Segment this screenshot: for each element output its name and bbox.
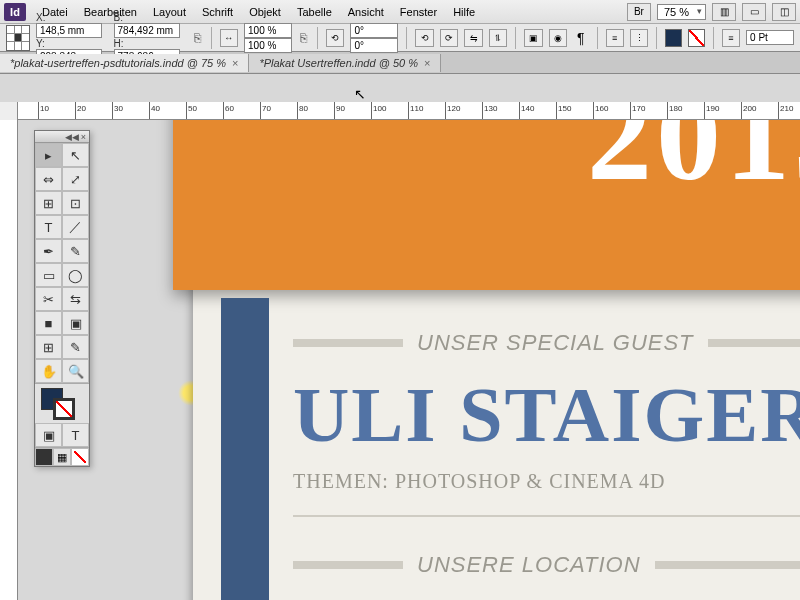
gradient-feather-tool[interactable]: ▣ [62, 311, 89, 335]
scale-x-icon: ↔ [220, 29, 238, 47]
divider-line [293, 515, 800, 517]
rotate-ccw-icon[interactable]: ⟲ [415, 29, 433, 47]
shear-field[interactable] [350, 38, 398, 53]
divider-line [293, 561, 403, 569]
guest-topics[interactable]: THEMEN: PHOTOSHOP & CINEMA 4D [293, 470, 800, 493]
rotate-field[interactable] [350, 23, 398, 38]
screen-mode-icon[interactable]: ▭ [742, 3, 766, 21]
close-icon[interactable]: × [232, 57, 238, 69]
mouse-cursor: ↖ [354, 86, 366, 102]
stroke-weight-icon: ≡ [722, 29, 740, 47]
menu-tabelle[interactable]: Tabelle [289, 6, 340, 18]
doc-tab-2[interactable]: *Plakat Usertreffen.indd @ 50 % × [249, 54, 441, 72]
fill-swatch[interactable] [665, 29, 682, 47]
section2-heading[interactable]: UNSERE LOCATION [417, 552, 641, 578]
close-icon[interactable]: × [81, 132, 86, 142]
divider-line [293, 339, 403, 347]
page-tool[interactable]: ⇔ [35, 167, 62, 191]
flip-h-icon[interactable]: ⇋ [464, 29, 482, 47]
menu-fenster[interactable]: Fenster [392, 6, 445, 18]
y-label: Y: [36, 38, 45, 49]
constrain-scale-icon[interactable]: ⎘ [298, 27, 309, 49]
location-text[interactable]: BRITZER DAMM 51 [293, 588, 800, 600]
divider-line [655, 561, 800, 569]
menu-ansicht[interactable]: Ansicht [340, 6, 392, 18]
menu-schrift[interactable]: Schrift [194, 6, 241, 18]
align-icon[interactable]: ≡ [606, 29, 624, 47]
vertical-ruler[interactable] [0, 120, 18, 600]
stroke-swatch[interactable] [688, 29, 705, 47]
doc-tab-1-label: *plakat-usertreffen-psdtutorials.indd @ … [10, 57, 226, 69]
collapse-icon[interactable]: ◀◀ [65, 132, 79, 142]
pen-tool[interactable]: ✒ [35, 239, 62, 263]
divider-line [708, 339, 800, 347]
content-placer-tool[interactable]: ⊡ [62, 191, 89, 215]
stroke-proxy[interactable] [53, 398, 75, 420]
note-tool[interactable]: ⊞ [35, 335, 62, 359]
flip-v-icon[interactable]: ⥮ [489, 29, 507, 47]
constrain-wh-icon[interactable]: ⎘ [192, 27, 203, 49]
scissors-tool[interactable]: ✂ [35, 287, 62, 311]
zoom-select[interactable]: 75 % [657, 4, 706, 20]
view-options-icon[interactable]: ▥ [712, 3, 736, 21]
x-label: X: [36, 12, 45, 23]
document-canvas[interactable]: 2013 UNSER SPECIAL GUEST ULI STAIGER THE… [18, 120, 800, 600]
type-tool[interactable]: T [35, 215, 62, 239]
rectangle-tool[interactable]: ◯ [62, 263, 89, 287]
year-text[interactable]: 2013 [587, 120, 800, 210]
guest-name[interactable]: ULI STAIGER [293, 370, 800, 460]
direct-selection-tool[interactable]: ↖ [62, 143, 89, 167]
scale-y-field[interactable] [244, 38, 292, 53]
h-label: H: [114, 38, 124, 49]
tools-panel[interactable]: ◀◀× ▸ ↖ ⇔ ⤢ ⊞ ⊡ T ／ ✒ ✎ ▭ ◯ ✂ ⇆ ■ ▣ ⊞ ✎ … [34, 130, 90, 467]
panel-grip[interactable]: ◀◀× [35, 131, 89, 143]
app-logo: Id [4, 3, 26, 21]
reference-point-grid[interactable] [6, 25, 30, 51]
paragraph-mark-icon: ¶ [577, 30, 585, 46]
blue-sidebar-shape[interactable] [221, 298, 269, 600]
eyedropper-tool[interactable]: ✎ [62, 335, 89, 359]
apply-gradient-mode[interactable]: ▦ [53, 448, 71, 466]
gap-tool[interactable]: ⤢ [62, 167, 89, 191]
select-content-icon[interactable]: ◉ [549, 29, 567, 47]
apply-color-mode[interactable] [35, 448, 53, 466]
free-transform-tool[interactable]: ⇆ [62, 287, 89, 311]
menu-hilfe[interactable]: Hilfe [445, 6, 483, 18]
bridge-button[interactable]: Br [627, 3, 651, 21]
rotate-cw-icon[interactable]: ⟳ [440, 29, 458, 47]
hand-tool[interactable]: ✋ [35, 359, 62, 383]
zoom-tool[interactable]: 🔍 [62, 359, 89, 383]
stroke-weight-field[interactable] [746, 30, 794, 45]
horizontal-ruler[interactable]: 1020304050607080901001101201301401501601… [0, 102, 800, 120]
apply-none-mode[interactable] [71, 448, 89, 466]
pencil-tool[interactable]: ✎ [62, 239, 89, 263]
rectangle-frame-tool[interactable]: ▭ [35, 263, 62, 287]
content-collector-tool[interactable]: ⊞ [35, 191, 62, 215]
rotate-icon: ⟲ [326, 29, 344, 47]
formatting-text-icon[interactable]: T [62, 423, 89, 447]
line-tool[interactable]: ／ [62, 215, 89, 239]
w-field[interactable] [114, 23, 180, 38]
w-label: B: [114, 12, 123, 23]
selection-tool[interactable]: ▸ [35, 143, 62, 167]
gradient-swatch-tool[interactable]: ■ [35, 311, 62, 335]
close-icon[interactable]: × [424, 57, 430, 69]
page[interactable]: 2013 UNSER SPECIAL GUEST ULI STAIGER THE… [193, 120, 800, 600]
doc-tab-1[interactable]: *plakat-usertreffen-psdtutorials.indd @ … [0, 54, 249, 72]
distribute-icon[interactable]: ⋮ [630, 29, 648, 47]
fill-stroke-proxy[interactable] [35, 383, 89, 423]
doc-tab-2-label: *Plakat Usertreffen.indd @ 50 % [259, 57, 418, 69]
select-container-icon[interactable]: ▣ [524, 29, 542, 47]
scale-x-field[interactable] [244, 23, 292, 38]
menu-objekt[interactable]: Objekt [241, 6, 289, 18]
arrange-icon[interactable]: ◫ [772, 3, 796, 21]
x-field[interactable] [36, 23, 102, 38]
section1-heading[interactable]: UNSER SPECIAL GUEST [417, 330, 694, 356]
formatting-container-icon[interactable]: ▣ [35, 423, 62, 447]
ruler-origin[interactable] [0, 102, 18, 120]
